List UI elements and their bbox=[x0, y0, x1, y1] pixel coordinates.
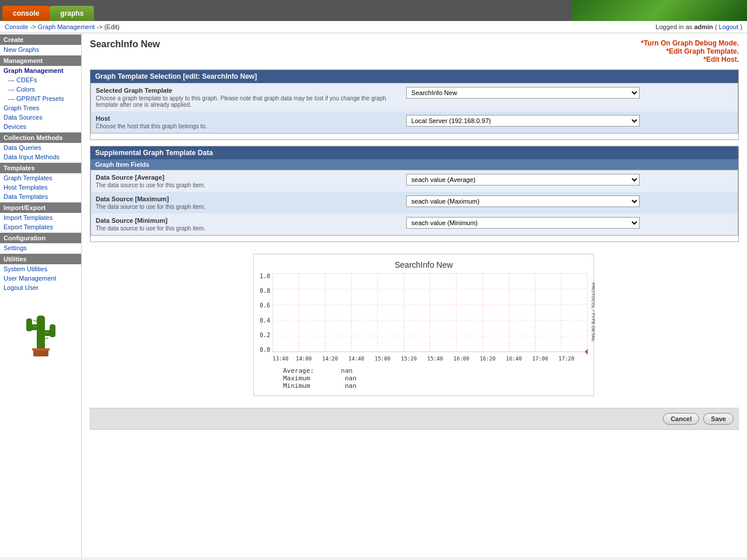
stat-maximum: Maximum nan bbox=[283, 374, 588, 382]
sidebar-item-gprint-presets[interactable]: --- GPRINT Presets bbox=[0, 94, 81, 103]
graph-svg-container: 13:40 14:00 14:20 14:40 15:00 15:20 15:4… bbox=[273, 273, 588, 365]
table-row: Data Source [Minimum] The data source to… bbox=[91, 214, 738, 236]
sidebar-item-logout-user[interactable]: Logout User bbox=[0, 283, 81, 292]
field-label-max: Data Source [Maximum] bbox=[96, 195, 397, 202]
field-desc-max: The data source to use for this graph it… bbox=[96, 204, 397, 210]
table-row: Selected Graph Template Choose a graph t… bbox=[91, 83, 738, 112]
admin-name: admin bbox=[694, 23, 713, 30]
debug-mode-link[interactable]: *Turn On Graph Debug Mode. bbox=[641, 39, 739, 47]
host-select[interactable]: Local Server (192.168.0.97) bbox=[406, 115, 640, 127]
logout-link[interactable]: Logout bbox=[719, 23, 739, 30]
sidebar-section-collection-methods: Collection Methods bbox=[0, 132, 81, 143]
breadcrumb-graph-management[interactable]: Graph Management bbox=[38, 23, 95, 30]
graph-template-section: Graph Template Selection [edit: SearchIn… bbox=[90, 69, 739, 140]
page-title-row: SearchInfo New *Turn On Graph Debug Mode… bbox=[90, 39, 739, 64]
sidebar-section-management: Management bbox=[0, 55, 81, 66]
sidebar-item-system-utilities[interactable]: System Utilities bbox=[0, 264, 81, 274]
login-info: Logged in as admin ( Logout ) bbox=[655, 23, 742, 30]
side-label: PROTOCOL / TYPE DETAIL bbox=[589, 273, 598, 352]
graph-area: 1.0 0.8 0.6 0.4 0.2 0.0 bbox=[260, 273, 588, 365]
action-links: *Turn On Graph Debug Mode. *Edit Graph T… bbox=[641, 39, 739, 64]
graph-title: SearchInfo New bbox=[260, 260, 588, 270]
supplemental-form-table: Data Source [Average] The data source to… bbox=[90, 170, 738, 236]
edit-host-link[interactable]: *Edit Host. bbox=[641, 55, 739, 64]
sidebar-item-export-templates[interactable]: Export Templates bbox=[0, 222, 81, 232]
graph-preview: SearchInfo New 1.0 0.8 0.6 0.4 0.2 0.0 bbox=[253, 254, 594, 396]
save-button[interactable]: Save bbox=[703, 413, 734, 425]
sidebar-item-cdefs[interactable]: --- CDEFs bbox=[0, 75, 81, 85]
sidebar-item-import-templates[interactable]: Import Templates bbox=[0, 213, 81, 222]
sidebar-section-create: Create bbox=[0, 34, 81, 45]
graph-stats: Average: nan Maximum nan Minimum nan bbox=[260, 367, 588, 390]
svg-line-8 bbox=[45, 338, 48, 339]
sidebar-item-graph-templates[interactable]: Graph Templates bbox=[0, 173, 81, 183]
stat-average: Average: nan bbox=[283, 367, 588, 374]
sidebar-item-graph-trees[interactable]: Graph Trees bbox=[0, 103, 81, 113]
cancel-button[interactable]: Cancel bbox=[663, 413, 699, 425]
sidebar-item-graph-management[interactable]: Graph Management bbox=[0, 66, 81, 75]
svg-text:15:20: 15:20 bbox=[401, 356, 417, 362]
svg-text:13:40: 13:40 bbox=[273, 356, 288, 362]
sidebar-item-host-templates[interactable]: Host Templates bbox=[0, 183, 81, 192]
button-bar: Cancel Save bbox=[90, 408, 739, 430]
field-label-host: Host bbox=[96, 115, 397, 122]
svg-text:15:40: 15:40 bbox=[427, 356, 443, 362]
page-title: SearchInfo New bbox=[90, 39, 160, 50]
svg-rect-10 bbox=[32, 348, 50, 351]
cactus-logo bbox=[0, 292, 81, 369]
field-desc-selected-template: Choose a graph template to apply to this… bbox=[96, 95, 397, 108]
breadcrumb: Console -> Graph Management -> (Edit) bbox=[5, 23, 120, 30]
svg-text:17:20: 17:20 bbox=[558, 356, 574, 362]
supplemental-subsection-header: Graph Item Fields bbox=[90, 159, 738, 170]
data-source-minimum-select[interactable]: seach value (Minimum) bbox=[406, 217, 640, 229]
field-label-avg: Data Source [Average] bbox=[96, 174, 397, 181]
y-axis: 1.0 0.8 0.6 0.4 0.2 0.0 bbox=[260, 273, 273, 365]
sidebar-item-data-input-methods[interactable]: Data Input Methods bbox=[0, 152, 81, 162]
graph-svg: 13:40 14:00 14:20 14:40 15:00 15:20 15:4… bbox=[273, 273, 588, 363]
data-source-average-select[interactable]: seach value (Average) bbox=[406, 174, 640, 186]
top-navigation: console graphs bbox=[0, 0, 747, 21]
sidebar-section-configuration: Configuration bbox=[0, 233, 81, 243]
field-label-selected-template: Selected Graph Template bbox=[96, 87, 397, 94]
top-banner bbox=[572, 0, 747, 21]
sidebar-item-data-templates[interactable]: Data Templates bbox=[0, 192, 81, 201]
table-row: Data Source [Average] The data source to… bbox=[91, 170, 738, 192]
svg-text:15:00: 15:00 bbox=[375, 356, 390, 362]
sidebar-item-data-sources[interactable]: Data Sources bbox=[0, 113, 81, 122]
field-desc-host: Choose the host that this graph belongs … bbox=[96, 123, 397, 130]
table-row: Data Source [Maximum] The data source to… bbox=[91, 192, 738, 214]
main-layout: Create New Graphs Management Graph Manag… bbox=[0, 33, 747, 557]
edit-template-link[interactable]: *Edit Graph Template. bbox=[641, 47, 739, 55]
svg-text:16:00: 16:00 bbox=[453, 356, 469, 362]
console-tab[interactable]: console bbox=[2, 6, 50, 21]
supplemental-section: Supplemental Graph Template Data Graph I… bbox=[90, 146, 739, 242]
sidebar: Create New Graphs Management Graph Manag… bbox=[0, 33, 82, 557]
field-desc-min: The data source to use for this graph it… bbox=[96, 225, 397, 232]
sidebar-item-data-queries[interactable]: Data Queries bbox=[0, 143, 81, 152]
sidebar-item-user-management[interactable]: User Management bbox=[0, 274, 81, 283]
svg-text:14:00: 14:00 bbox=[296, 356, 312, 362]
stat-minimum: Minimum nan bbox=[283, 382, 588, 390]
content-area: SearchInfo New *Turn On Graph Debug Mode… bbox=[82, 33, 747, 557]
table-row: Host Choose the host that this graph bel… bbox=[91, 111, 738, 134]
sidebar-item-colors[interactable]: --- Colors bbox=[0, 85, 81, 94]
graphs-tab[interactable]: graphs bbox=[50, 6, 94, 21]
svg-text:16:40: 16:40 bbox=[506, 356, 522, 362]
sidebar-item-new-graphs[interactable]: New Graphs bbox=[0, 45, 81, 54]
sidebar-item-devices[interactable]: Devices bbox=[0, 122, 81, 131]
graph-template-section-header: Graph Template Selection [edit: SearchIn… bbox=[90, 70, 738, 83]
svg-rect-0 bbox=[37, 316, 45, 351]
sidebar-item-settings[interactable]: Settings bbox=[0, 243, 81, 253]
breadcrumb-console[interactable]: Console bbox=[5, 23, 28, 30]
svg-text:16:20: 16:20 bbox=[480, 356, 495, 362]
header-bar: Console -> Graph Management -> (Edit) Lo… bbox=[0, 21, 747, 33]
svg-rect-2 bbox=[26, 318, 32, 331]
selected-graph-template-select[interactable]: SearchInfo New bbox=[406, 87, 640, 99]
graph-template-form-table: Selected Graph Template Choose a graph t… bbox=[90, 83, 738, 134]
supplemental-section-header: Supplemental Graph Template Data bbox=[90, 146, 738, 159]
sidebar-section-templates: Templates bbox=[0, 163, 81, 173]
svg-text:17:00: 17:00 bbox=[532, 356, 548, 362]
sidebar-section-utilities: Utilities bbox=[0, 254, 81, 264]
data-source-maximum-select[interactable]: seach value (Maximum) bbox=[406, 195, 640, 207]
graph-preview-container: SearchInfo New 1.0 0.8 0.6 0.4 0.2 0.0 bbox=[253, 248, 739, 402]
